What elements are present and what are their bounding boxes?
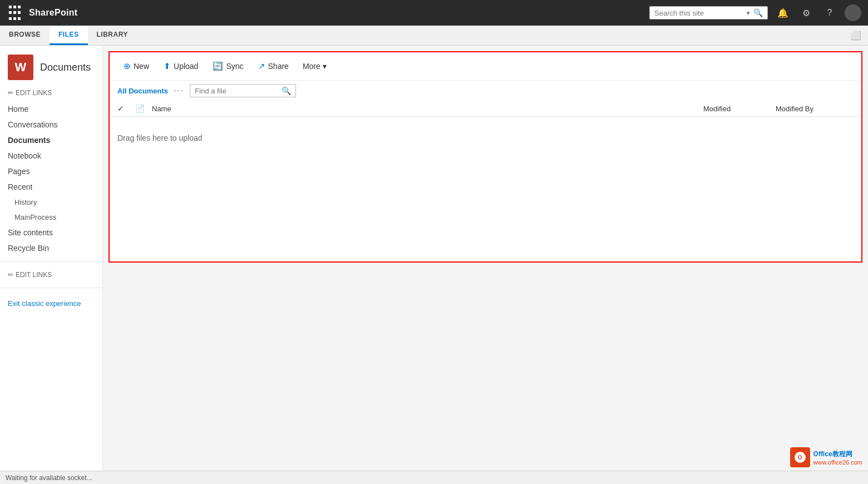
- edit-links-top-label: EDIT LINKS: [16, 89, 52, 97]
- exit-classic-link[interactable]: Exit classic experience: [0, 294, 102, 313]
- header-modified-by[interactable]: Modified By: [776, 105, 854, 113]
- ribbon-bar: BROWSE FILES LIBRARY ⬜: [0, 26, 868, 46]
- status-bar: Waiting for available socket...: [0, 471, 868, 484]
- header-name[interactable]: Name: [152, 105, 703, 113]
- edit-links-top-button[interactable]: ✏ EDIT LINKS: [0, 89, 102, 101]
- nav-divider-2: [0, 288, 102, 288]
- new-label: New: [134, 62, 149, 71]
- nav-divider: [0, 261, 102, 262]
- share-button[interactable]: ↗ Share: [252, 58, 295, 75]
- tab-files[interactable]: FILES: [50, 26, 88, 45]
- tab-browse[interactable]: BROWSE: [0, 26, 50, 45]
- top-navigation-bar: SharePoint ▾ 🔍 🔔 ⚙ ?: [0, 0, 868, 26]
- notification-button[interactable]: 🔔: [775, 4, 791, 21]
- document-toolbar: ⊕ New ⬆ Upload 🔄 Sync ↗ Share More ▾: [110, 52, 861, 81]
- find-file-input[interactable]: [195, 87, 278, 95]
- header-file-icon: 📄: [135, 104, 147, 113]
- edit-links-bottom-label: EDIT LINKS: [16, 271, 52, 279]
- empty-state-message: Drag files here to upload: [110, 117, 861, 159]
- new-button[interactable]: ⊕ New: [117, 58, 155, 75]
- more-label: More: [303, 62, 320, 71]
- sidebar-item-site-contents[interactable]: Site contents: [0, 225, 102, 240]
- edit-links-bottom-button[interactable]: ✏ EDIT LINKS: [0, 268, 102, 282]
- watermark-logo: O: [790, 447, 810, 467]
- site-title: Documents: [40, 62, 91, 73]
- document-table-header: ✓ 📄 Name Modified Modified By: [110, 101, 861, 117]
- view-options-button[interactable]: ···: [174, 86, 184, 96]
- share-icon: ↗: [258, 61, 265, 71]
- watermark: O Office教程网 www.office26.com: [790, 447, 862, 467]
- upload-button[interactable]: ⬆ Upload: [157, 58, 204, 75]
- site-logo: W: [8, 55, 33, 80]
- site-logo-area: W Documents: [0, 46, 102, 89]
- document-viewbar: All Documents ··· 🔍: [110, 81, 861, 101]
- user-avatar[interactable]: [845, 4, 861, 21]
- view-name-label[interactable]: All Documents: [117, 87, 168, 95]
- watermark-site-name: Office教程网: [813, 450, 862, 459]
- watermark-text-block: Office教程网 www.office26.com: [813, 450, 862, 466]
- sidebar: W Documents ✏ EDIT LINKS Home Conversati…: [0, 46, 103, 471]
- upload-icon: ⬆: [164, 61, 171, 71]
- sidebar-item-mainprocess[interactable]: MainProcess: [0, 210, 102, 225]
- sidebar-item-history[interactable]: History: [0, 195, 102, 210]
- status-message: Waiting for available socket...: [6, 474, 92, 482]
- search-input[interactable]: [654, 9, 743, 17]
- new-icon: ⊕: [124, 61, 131, 71]
- tab-library[interactable]: LIBRARY: [88, 26, 137, 45]
- sidebar-item-home[interactable]: Home: [0, 101, 102, 117]
- chevron-down-icon: ▾: [323, 62, 327, 71]
- share-label: Share: [268, 62, 289, 71]
- upload-label: Upload: [174, 62, 198, 71]
- sync-button[interactable]: 🔄 Sync: [206, 58, 249, 75]
- watermark-url: www.office26.com: [813, 459, 862, 466]
- main-layout: W Documents ✏ EDIT LINKS Home Conversati…: [0, 46, 868, 471]
- sidebar-item-recycle-bin[interactable]: Recycle Bin: [0, 240, 102, 256]
- find-file-search-icon[interactable]: 🔍: [282, 86, 291, 95]
- app-launcher-button[interactable]: [7, 5, 22, 21]
- sidebar-item-documents[interactable]: Documents: [0, 132, 102, 148]
- drag-files-text: Drag files here to upload: [117, 134, 203, 142]
- sidebar-item-notebook[interactable]: Notebook: [0, 148, 102, 164]
- header-check[interactable]: ✓: [117, 104, 131, 113]
- brand-name: SharePoint: [29, 8, 77, 18]
- watermark-logo-text: O: [798, 455, 802, 461]
- ribbon-collapse-button[interactable]: ⬜: [844, 26, 868, 45]
- sync-label: Sync: [226, 62, 243, 71]
- pencil-icon-bottom: ✏: [8, 271, 13, 279]
- sidebar-item-recent[interactable]: Recent: [0, 179, 102, 195]
- file-icon: 📄: [135, 104, 145, 113]
- sidebar-item-conversations[interactable]: Conversations: [0, 117, 102, 132]
- document-library: ⊕ New ⬆ Upload 🔄 Sync ↗ Share More ▾: [108, 51, 862, 263]
- sidebar-item-pages[interactable]: Pages: [0, 164, 102, 179]
- watermark-logo-inner: O: [795, 452, 806, 463]
- sync-icon: 🔄: [213, 61, 223, 71]
- header-modified[interactable]: Modified: [703, 105, 776, 113]
- pencil-icon-top: ✏: [8, 89, 13, 97]
- settings-button[interactable]: ⚙: [798, 4, 815, 21]
- help-button[interactable]: ?: [821, 4, 838, 21]
- search-box[interactable]: ▾ 🔍: [649, 6, 768, 19]
- find-file-container: 🔍: [190, 84, 296, 97]
- main-content: ⊕ New ⬆ Upload 🔄 Sync ↗ Share More ▾: [103, 46, 868, 471]
- search-go-icon[interactable]: 🔍: [753, 8, 763, 17]
- more-button[interactable]: More ▾: [297, 59, 332, 73]
- search-dropdown-icon[interactable]: ▾: [747, 9, 750, 17]
